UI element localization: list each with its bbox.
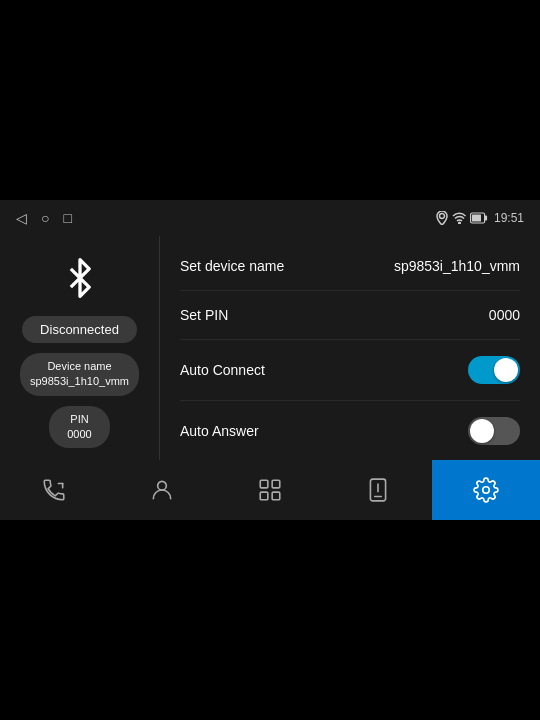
svg-point-7 xyxy=(158,481,167,490)
clock: 19:51 xyxy=(494,211,524,225)
connection-status-badge: Disconnected xyxy=(22,316,137,343)
bottom-area xyxy=(0,520,540,720)
grid-icon xyxy=(257,477,283,503)
back-icon[interactable]: ◁ xyxy=(16,210,27,226)
tab-bt-device[interactable] xyxy=(324,460,432,520)
settings-icon xyxy=(473,477,499,503)
auto-answer-row: Auto Answer xyxy=(180,401,520,461)
tab-apps[interactable] xyxy=(216,460,324,520)
right-panel: Set device name sp9853i_1h10_vmm Set PIN… xyxy=(160,236,540,466)
set-device-name-value[interactable]: sp9853i_1h10_vmm xyxy=(394,258,520,274)
auto-connect-row: Auto Connect xyxy=(180,340,520,401)
svg-rect-3 xyxy=(485,216,488,221)
nav-icons: ◁ ○ □ xyxy=(16,210,72,226)
svg-rect-11 xyxy=(272,492,280,500)
svg-rect-9 xyxy=(272,480,280,488)
set-device-name-label: Set device name xyxy=(180,258,284,274)
svg-rect-8 xyxy=(260,480,268,488)
bt-device-icon xyxy=(365,477,391,503)
contacts-icon xyxy=(149,477,175,503)
phone-icon xyxy=(41,477,67,503)
tab-settings[interactable] xyxy=(432,460,540,520)
device-name-badge: Device name sp9853i_1h10_vmm xyxy=(20,353,139,396)
auto-connect-thumb xyxy=(494,358,518,382)
top-area xyxy=(0,0,540,200)
pin-value: 0000 xyxy=(67,428,91,440)
bottom-nav xyxy=(0,460,540,520)
wifi-icon xyxy=(452,212,466,224)
home-icon[interactable]: ○ xyxy=(41,210,49,226)
auto-connect-toggle[interactable] xyxy=(468,356,520,384)
device-name-label: Device name xyxy=(47,360,111,372)
set-pin-row: Set PIN 0000 xyxy=(180,291,520,340)
device-name-value: sp9853i_1h10_vmm xyxy=(30,375,129,387)
set-pin-label: Set PIN xyxy=(180,307,228,323)
auto-answer-label: Auto Answer xyxy=(180,423,259,439)
bluetooth-icon xyxy=(56,254,104,302)
status-bar: ◁ ○ □ 19:51 xyxy=(0,200,540,236)
auto-answer-thumb xyxy=(470,419,494,443)
svg-rect-4 xyxy=(472,215,481,222)
tab-contacts[interactable] xyxy=(108,460,216,520)
svg-point-0 xyxy=(439,214,444,219)
status-right: 19:51 xyxy=(436,211,524,225)
svg-point-15 xyxy=(483,487,490,494)
pin-badge: PIN 0000 xyxy=(49,406,109,449)
location-icon xyxy=(436,211,448,225)
tab-phone[interactable] xyxy=(0,460,108,520)
auto-connect-label: Auto Connect xyxy=(180,362,265,378)
svg-point-1 xyxy=(459,222,461,224)
set-pin-value[interactable]: 0000 xyxy=(489,307,520,323)
bt-svg xyxy=(60,258,100,298)
signal-icons xyxy=(436,211,488,225)
set-device-name-row: Set device name sp9853i_1h10_vmm xyxy=(180,242,520,291)
recents-icon[interactable]: □ xyxy=(63,210,71,226)
main-content: Disconnected Device name sp9853i_1h10_vm… xyxy=(0,236,540,466)
auto-answer-toggle[interactable] xyxy=(468,417,520,445)
battery-icon xyxy=(470,212,488,224)
svg-rect-10 xyxy=(260,492,268,500)
left-panel: Disconnected Device name sp9853i_1h10_vm… xyxy=(0,236,160,466)
pin-label: PIN xyxy=(70,413,88,425)
